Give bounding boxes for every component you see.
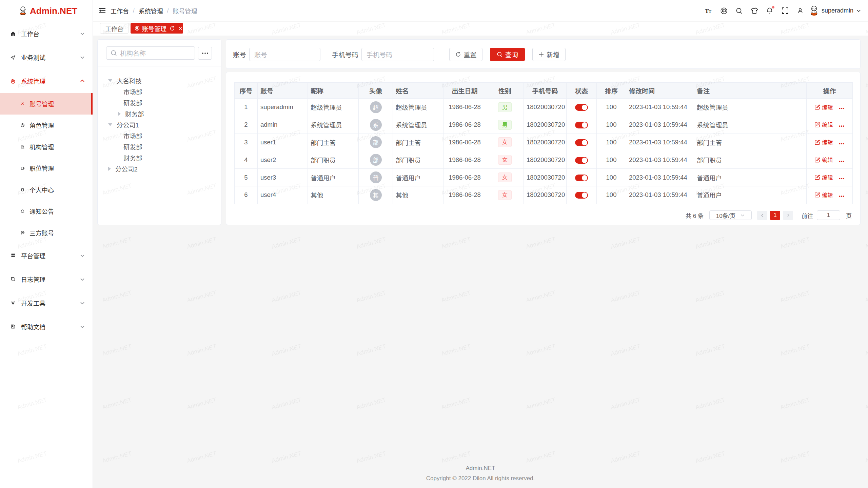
svg-text:T: T [709,9,711,14]
